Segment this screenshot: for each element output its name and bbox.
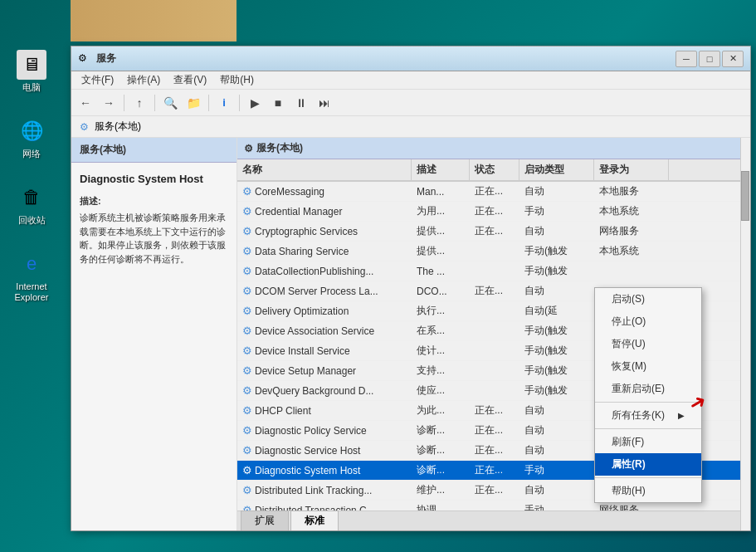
service-startup-cell: 自动: [519, 182, 594, 201]
service-status-cell: [470, 388, 519, 393]
context-menu-item-stop[interactable]: 停止(O): [595, 310, 701, 333]
table-row[interactable]: ⚙ Data Sharing Service 提供... 手动(触发 本地系统: [237, 242, 740, 261]
service-name-cell: ⚙ Diagnostic System Host: [237, 462, 412, 479]
menu-help[interactable]: 帮助(H): [213, 71, 261, 89]
desktop-icon-network[interactable]: 🌐 网络: [7, 116, 56, 159]
address-gear-icon: ⚙: [78, 121, 90, 133]
service-startup-cell: 自动(延: [519, 301, 594, 320]
th-status[interactable]: 状态: [470, 159, 519, 180]
service-startup-cell: 手动(触发: [519, 361, 594, 380]
play-button[interactable]: ▶: [244, 93, 266, 113]
th-name[interactable]: 名称: [237, 159, 412, 180]
service-name-cell: ⚙ Diagnostic Service Host: [237, 442, 412, 459]
service-name-text: Cryptographic Services: [255, 226, 358, 237]
title-bar: ⚙ 服务 ─ □ ✕: [71, 46, 750, 71]
service-status-cell: 正在...: [470, 202, 519, 221]
service-startup-cell: 自动: [519, 222, 594, 241]
menu-view[interactable]: 查看(V): [167, 71, 213, 89]
service-desc-cell: Man...: [412, 183, 470, 200]
service-name-cell: ⚙ Device Association Service: [237, 322, 412, 340]
service-startup-cell: 手动: [519, 202, 594, 221]
search-button[interactable]: 🔍: [159, 93, 181, 113]
menu-file[interactable]: 文件(F): [75, 71, 120, 89]
service-desc-cell: 支持...: [412, 361, 470, 380]
service-startup-cell: 手动(触发: [519, 261, 594, 281]
context-menu-item-start[interactable]: 启动(S): [595, 288, 701, 310]
desktop-icon-recycle[interactable]: 🗑 回收站: [7, 183, 56, 226]
service-desc-cell: 诊断...: [412, 461, 470, 480]
service-desc-cell: 协调...: [412, 501, 470, 510]
stop-button[interactable]: ■: [267, 93, 289, 113]
context-menu-item-alltasks[interactable]: 所有任务(K)▶: [595, 404, 701, 427]
services-header-icon: ⚙: [244, 143, 253, 154]
ctx-item-label: 暂停(U): [612, 337, 646, 351]
service-name-cell: ⚙ DHCP Client: [237, 402, 412, 419]
service-startup-cell: 自动: [519, 281, 594, 300]
desktop-icon-computer[interactable]: 🖥 电脑: [7, 50, 56, 93]
service-name-text: Diagnostic Policy Service: [255, 425, 367, 437]
service-desc-cell: 使计...: [412, 341, 470, 360]
table-row[interactable]: ⚙ Credential Manager 为用... 正在... 手动 本地系统: [237, 202, 740, 222]
ctx-item-label: 启动(S): [612, 292, 645, 306]
info-button[interactable]: i: [213, 93, 235, 113]
context-menu-item-pause[interactable]: 暂停(U): [595, 333, 701, 355]
service-login-cell: 本地服务: [594, 182, 669, 201]
restart-button[interactable]: ⏭: [314, 93, 335, 113]
desktop: 🖥 电脑 🌐 网络 🗑 回收站 e InternetExplorer ⚙ 服务 …: [0, 0, 756, 552]
service-name-text: Distributed Transaction C...: [255, 505, 375, 511]
services-window: ⚙ 服务 ─ □ ✕ 文件(F) 操作(A) 查看(V) 帮助(H) ← → ↑…: [71, 46, 751, 531]
scrollbar-thumb[interactable]: [741, 171, 749, 221]
selected-service-name: Diagnostic System Host: [80, 171, 228, 188]
table-row[interactable]: ⚙ DataCollectionPublishing... The ... 手动…: [237, 261, 740, 281]
ctx-item-label: 恢复(M): [612, 359, 646, 374]
th-login[interactable]: 登录为: [594, 159, 669, 180]
service-name-text: Device Install Service: [255, 345, 350, 357]
context-menu-item-properties[interactable]: 属性(R): [595, 453, 701, 476]
context-menu-item-refresh[interactable]: 刷新(F): [595, 431, 701, 453]
tab-standard[interactable]: 标准: [290, 510, 339, 530]
tab-expand[interactable]: 扩展: [241, 510, 289, 530]
service-startup-cell: 手动(触发: [519, 321, 594, 340]
table-row[interactable]: ⚙ CoreMessaging Man... 正在... 自动 本地服务: [237, 182, 740, 202]
service-desc-cell: 执行...: [412, 301, 470, 320]
maximize-button[interactable]: □: [699, 51, 720, 67]
context-menu-item-help[interactable]: 帮助(H): [595, 480, 701, 502]
service-status-cell: [470, 369, 519, 374]
service-status-cell: [470, 309, 519, 314]
service-name-cell: ⚙ Cryptographic Services: [237, 222, 412, 240]
service-desc-cell: The ...: [412, 263, 470, 280]
desktop-icon-ie[interactable]: e InternetExplorer: [7, 249, 56, 303]
service-name-cell: ⚙ Data Sharing Service: [237, 242, 412, 260]
left-panel: 服务(本地) Diagnostic System Host 描述: 诊断系统主机…: [71, 138, 237, 530]
service-name-text: DevQuery Background D...: [255, 385, 373, 397]
folders-button[interactable]: 📁: [183, 93, 204, 113]
service-name-text: DCOM Server Process La...: [255, 286, 378, 297]
th-startup[interactable]: 启动类型: [519, 159, 594, 180]
service-status-cell: 正在...: [470, 281, 519, 300]
pause-button[interactable]: ⏸: [290, 93, 312, 113]
service-desc-cell: 维护...: [412, 481, 470, 500]
service-startup-cell: 自动: [519, 481, 594, 500]
service-name-cell: ⚙ Delivery Optimization: [237, 302, 412, 320]
close-button[interactable]: ✕: [722, 51, 744, 67]
forward-button[interactable]: →: [98, 93, 119, 113]
services-header-bar: ⚙ 服务(本地): [237, 138, 740, 159]
minimize-button[interactable]: ─: [676, 51, 697, 67]
context-menu-item-restart[interactable]: 重新启动(E): [595, 378, 701, 400]
service-name-text: Delivery Optimization: [255, 305, 349, 317]
table-row[interactable]: ⚙ Cryptographic Services 提供... 正在... 自动 …: [237, 222, 740, 242]
menu-action[interactable]: 操作(A): [120, 71, 167, 89]
back-button[interactable]: ←: [75, 93, 96, 113]
description-label: 描述:: [80, 194, 228, 208]
service-desc-cell: 提供...: [412, 242, 470, 261]
up-button[interactable]: ↑: [129, 93, 150, 113]
service-status-cell: [470, 269, 519, 274]
service-description: Diagnostic System Host 描述: 诊断系统主机被诊断策略服务…: [71, 163, 237, 274]
th-desc[interactable]: 描述: [412, 159, 470, 180]
table-header: 名称 描述 状态 启动类型 登录为: [237, 159, 740, 182]
service-name-cell: ⚙ Device Install Service: [237, 342, 412, 359]
service-name-text: Credential Manager: [255, 206, 342, 217]
context-menu-item-resume[interactable]: 恢复(M): [595, 355, 701, 378]
context-menu: 启动(S)停止(O)暂停(U)恢复(M)重新启动(E)所有任务(K)▶刷新(F)…: [594, 287, 702, 503]
right-scrollbar[interactable]: [740, 138, 750, 530]
